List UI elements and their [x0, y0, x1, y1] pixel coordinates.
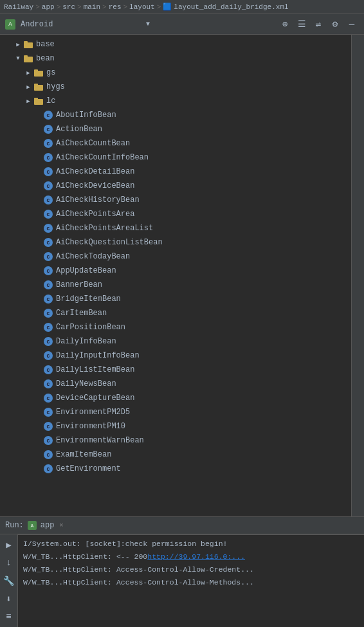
run-close-button[interactable]: × [59, 522, 63, 529]
play-button[interactable]: ▶ [3, 538, 15, 551]
class-BannerBean[interactable]: ▶ C BannerBean [0, 278, 351, 292]
split-button[interactable]: ⇌ [311, 17, 325, 32]
class-label-16: CarPositionBean [56, 323, 125, 332]
class-label-14: BridgeItemBean [56, 295, 121, 304]
class-icon-12: C [44, 266, 53, 275]
arrow-gs: ▶ [23, 66, 33, 80]
step-down-button[interactable]: ↓ [3, 556, 15, 569]
class-label-18: DailyInputInfoBean [56, 351, 140, 360]
list-button[interactable]: ☰ [295, 17, 309, 32]
console-output: I/System.out: [socket]:check permission … [18, 535, 364, 592]
class-AiCheckHistoryBean[interactable]: ▶ C AiCheckHistoryBean [0, 193, 351, 207]
sep4: > [102, 3, 107, 11]
android-dropdown-arrow[interactable]: ▼ [146, 21, 150, 28]
class-icon-19: C [44, 365, 53, 374]
run-bar: Run: A app × [0, 516, 364, 534]
class-EnvironmentPM2D5[interactable]: ▶ C EnvironmentPM2D5 [0, 405, 351, 419]
class-AiCheckPointsArea[interactable]: ▶ C AiCheckPointsArea [0, 207, 351, 221]
minus-button[interactable]: — [345, 17, 359, 32]
breadcrumb-file[interactable]: layout_add_daily_bridge.xml [174, 3, 288, 11]
class-icon-3: C [44, 139, 53, 148]
class-DailyListItemBean[interactable]: ▶ C DailyListItemBean [0, 363, 351, 377]
breadcrumb: Railway > app > src > main > res > layou… [0, 0, 364, 14]
svg-rect-0 [24, 42, 33, 48]
class-BridgeItemBean[interactable]: ▶ C BridgeItemBean [0, 292, 351, 306]
console-link-1[interactable]: http://39.97.116.0:... [147, 550, 245, 563]
class-AboutInfoBean[interactable]: ▶ C AboutInfoBean [0, 108, 351, 122]
folder-bean[interactable]: ▼ bean [0, 51, 351, 66]
class-ExamItemBean[interactable]: ▶ C ExamItemBean [0, 448, 351, 462]
console-text-2a: W/W_TB...HttpClient: <-- 200 [23, 550, 147, 563]
console-line-1: I/System.out: [socket]:check permission … [19, 538, 363, 550]
down-button[interactable]: ⬇ [3, 592, 15, 605]
svg-rect-1 [24, 41, 28, 43]
breadcrumb-layout[interactable]: layout [129, 3, 155, 11]
class-AppUpdateBean[interactable]: ▶ C AppUpdateBean [0, 264, 351, 278]
class-GetEnvironment[interactable]: ▶ C GetEnvironment [0, 462, 351, 476]
folder-hygs[interactable]: ▶ hygs [0, 80, 351, 94]
class-CarItemBean[interactable]: ▶ C CarItemBean [0, 306, 351, 320]
class-icon-18: C [44, 351, 53, 360]
wrench-button[interactable]: 🔧 [3, 574, 15, 587]
main-area: ▶ base ▼ bean ▶ [0, 35, 364, 516]
arrow-base: ▶ [13, 37, 23, 51]
breadcrumb-src[interactable]: src [62, 3, 75, 11]
breadcrumb-railway[interactable]: Railway [4, 3, 33, 11]
breadcrumb-app[interactable]: app [42, 3, 55, 11]
class-AiCheckDetailBean[interactable]: ▶ C AiCheckDetailBean [0, 165, 351, 179]
folder-gs[interactable]: ▶ gs [0, 66, 351, 80]
folder-base[interactable]: ▶ base [0, 37, 351, 51]
class-CarPositionBean[interactable]: ▶ C CarPositionBean [0, 320, 351, 334]
console-line-2: W/W_TB...HttpClient: <-- 200 http://39.9… [19, 550, 363, 563]
folder-lc[interactable]: ▶ lc [0, 94, 351, 108]
file-icon: 🟦 [163, 3, 172, 11]
class-icon-2: C [44, 125, 53, 134]
run-label: Run: [5, 521, 24, 530]
class-icon-25: C [44, 450, 53, 459]
class-AiCheckDeviceBean[interactable]: ▶ C AiCheckDeviceBean [0, 179, 351, 193]
sep3: > [77, 3, 82, 11]
globe-button[interactable]: ⊕ [278, 17, 292, 32]
folder-icon-base [23, 39, 33, 50]
class-icon-26: C [44, 464, 53, 473]
class-AiCheckCountInfoBean[interactable]: ▶ C AiCheckCountInfoBean [0, 150, 351, 165]
class-EnvironmentPM10[interactable]: ▶ C EnvironmentPM10 [0, 419, 351, 433]
breadcrumb-main[interactable]: main [84, 3, 100, 11]
menu-button[interactable]: ≡ [3, 610, 15, 623]
breadcrumb-res[interactable]: res [109, 3, 122, 11]
console-area: I/System.out: [socket]:check permission … [18, 534, 364, 612]
class-label-11: AiCheckTodayBean [56, 252, 130, 261]
console-text-3: W/W_TB...HttpClient: Access-Control-Allo… [23, 563, 254, 576]
class-label-24: EnvironmentWarnBean [56, 436, 144, 445]
sep2: > [57, 3, 61, 11]
file-tree[interactable]: ▶ base ▼ bean ▶ [0, 35, 351, 516]
svg-rect-6 [34, 85, 43, 91]
class-label-22: EnvironmentPM2D5 [56, 408, 130, 417]
class-DailyNewsBean[interactable]: ▶ C DailyNewsBean [0, 377, 351, 391]
folder-hygs-label: hygs [46, 82, 65, 91]
class-icon-9: C [44, 224, 53, 233]
class-icon-15: C [44, 309, 53, 318]
class-icon-7: C [44, 195, 53, 204]
class-ActionBean[interactable]: ▶ C ActionBean [0, 122, 351, 136]
class-icon-1: C [44, 111, 53, 120]
class-AiCheckTodayBean[interactable]: ▶ C AiCheckTodayBean [0, 250, 351, 264]
gear-button[interactable]: ⚙ [328, 17, 342, 32]
class-label-4: AiCheckCountInfoBean [56, 153, 149, 162]
class-icon-23: C [44, 422, 53, 431]
class-icon-5: C [44, 167, 53, 176]
class-icon-17: C [44, 337, 53, 346]
svg-rect-7 [34, 84, 38, 86]
class-icon-13: C [44, 280, 53, 289]
svg-rect-9 [34, 98, 38, 100]
class-AiCheckCountBean[interactable]: ▶ C AiCheckCountBean [0, 136, 351, 150]
class-icon-8: C [44, 210, 53, 219]
class-icon-21: C [44, 394, 53, 403]
class-AiCheckQuestionListBean[interactable]: ▶ C AiCheckQuestionListBean [0, 235, 351, 250]
class-label-25: ExamItemBean [56, 450, 111, 459]
class-DailyInputInfoBean[interactable]: ▶ C DailyInputInfoBean [0, 349, 351, 363]
class-DeviceCaptureBean[interactable]: ▶ C DeviceCaptureBean [0, 391, 351, 405]
class-EnvironmentWarnBean[interactable]: ▶ C EnvironmentWarnBean [0, 433, 351, 448]
class-DailyInfoBean[interactable]: ▶ C DailyInfoBean [0, 334, 351, 349]
class-AiCheckPointsAreaList[interactable]: ▶ C AiCheckPointsAreaList [0, 221, 351, 235]
